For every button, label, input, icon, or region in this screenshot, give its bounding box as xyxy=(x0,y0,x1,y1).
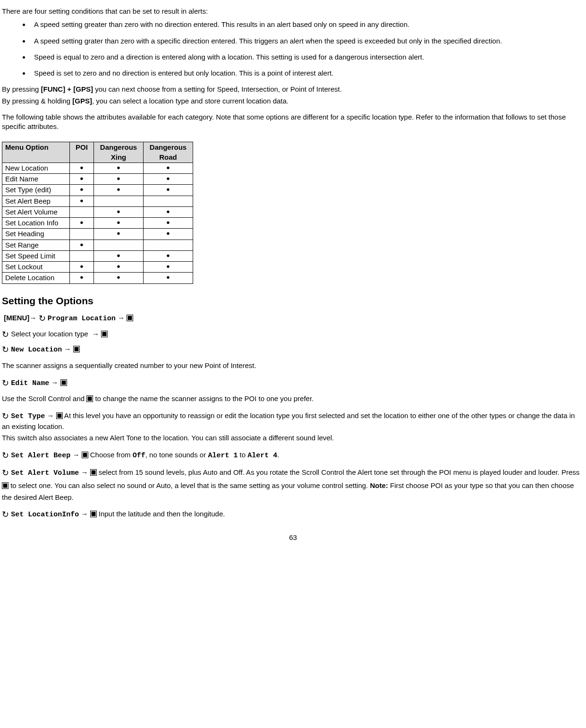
key-menu: [MENU] xyxy=(4,314,29,322)
press-icon xyxy=(60,379,67,386)
arrow-icon: → xyxy=(72,451,79,459)
label-off: Off xyxy=(133,452,145,460)
text-fragment: to change the name the scanner assigns t… xyxy=(93,394,314,403)
press-icon xyxy=(73,346,80,352)
step-set-alert-volume: ↺ Set Alert Volume → select from 15 soun… xyxy=(2,466,584,504)
step-menu-program-location: [MENU]→ ↺ Program Location → xyxy=(2,313,584,324)
arrow-icon: → xyxy=(29,314,36,322)
press-hold-gps: By pressing & holding [GPS], you can sel… xyxy=(2,96,584,106)
text-fragment: , no tone sounds or xyxy=(145,451,208,459)
step-new-location: ↺ New Location → xyxy=(2,344,584,355)
step-set-location-info: ↺ Set LocationInfo → Input the latitude … xyxy=(2,509,584,520)
rotate-icon: ↺ xyxy=(2,413,9,420)
table-row: Set Type (edit)●●● xyxy=(2,185,193,196)
text-fragment: By pressing xyxy=(2,85,41,93)
label-new-location: New Location xyxy=(11,346,62,354)
table-row: Set Location Info●●● xyxy=(2,218,193,229)
press-func-gps: By pressing [FUNC] + [GPS] you can next … xyxy=(2,85,584,94)
press-icon xyxy=(101,331,108,337)
arrow-icon: → xyxy=(81,468,88,476)
press-icon xyxy=(90,469,97,476)
arrow-icon: → xyxy=(51,378,58,386)
th-poi: POI xyxy=(70,142,94,163)
th-menu-option: Menu Option xyxy=(2,142,70,163)
press-icon xyxy=(82,452,88,458)
rotate-icon: ↺ xyxy=(2,511,9,518)
step-edit-name: ↺ Edit Name → xyxy=(2,378,584,388)
label-alert4: Alert 4 xyxy=(247,452,277,460)
rotate-icon: ↺ xyxy=(2,470,9,476)
th-dangerous-road: Dangerous Road xyxy=(144,142,193,163)
text-fragment: , you can select a location type and sto… xyxy=(92,97,289,105)
text-fragment: . xyxy=(277,451,279,459)
arrow-icon: → xyxy=(81,510,88,518)
table-row: New Location●●● xyxy=(2,163,193,173)
table-row: Set Alert Beep● xyxy=(2,196,193,206)
table-row: Set Speed Limit●● xyxy=(2,250,193,261)
text-fragment: to select one. You can also select no so… xyxy=(8,481,370,489)
text-fragment: Input the latitude and then the longitud… xyxy=(97,510,225,518)
step-set-alert-beep: ↺ Set Alert Beep → Choose from Off, no t… xyxy=(2,450,584,461)
arrow-icon: → xyxy=(118,314,125,322)
list-item: A speed setting grater than zero with a … xyxy=(30,36,584,46)
arrow-icon: → xyxy=(64,345,71,353)
table-intro: The following table shows the attributes… xyxy=(2,112,584,132)
table-row: Set Alert Volume●● xyxy=(2,206,193,217)
arrow-icon: → xyxy=(47,411,54,420)
label-set-type: Set Type xyxy=(11,412,45,420)
label-set-alert-volume: Set Alert Volume xyxy=(11,469,79,477)
rotate-icon: ↺ xyxy=(2,380,9,386)
table-row: Set Lockout●●● xyxy=(2,262,193,273)
arrow-icon: → xyxy=(92,330,99,338)
label-edit-name: Edit Name xyxy=(11,379,49,387)
intro-text: There are four setting conditions that c… xyxy=(2,7,584,16)
rotate-icon: ↺ xyxy=(2,452,9,459)
text-fragment: Use the Scroll Control and xyxy=(2,394,86,403)
press-icon xyxy=(2,482,8,489)
text-fragment: By pressing & holding xyxy=(2,97,72,105)
section-heading: Setting the Options xyxy=(2,294,584,308)
rotate-icon: ↺ xyxy=(2,331,9,338)
label-program-location: Program Location xyxy=(48,315,116,323)
list-item: A speed setting greater than zero with n… xyxy=(30,20,584,29)
label-set-location-info: Set LocationInfo xyxy=(11,511,79,519)
text-fragment: you can next choose from a setting for S… xyxy=(93,85,342,93)
table-row: Set Range● xyxy=(2,240,193,250)
attributes-table: Menu Option POI Dangerous Xing Dangerous… xyxy=(2,142,193,283)
step-select-type: ↺ Select your location type → xyxy=(2,329,584,339)
th-dangerous-xing: Dangerous Xing xyxy=(94,142,144,163)
list-item: Speed is equal to zero and a direction i… xyxy=(30,52,584,62)
rotate-icon: ↺ xyxy=(39,315,46,322)
table-row: Delete Location●●● xyxy=(2,273,193,283)
label-alert1: Alert 1 xyxy=(208,452,238,460)
key-gps: [GPS] xyxy=(72,97,92,105)
list-item: Speed is set to zero and no direction is… xyxy=(30,69,584,78)
text-fragment: to xyxy=(238,451,247,459)
label-select-type: Select your location type xyxy=(11,330,88,338)
note-label: Note: xyxy=(370,481,388,489)
table-row: Set Heading●● xyxy=(2,229,193,240)
text-fragment: select from 15 sound levels, plus Auto a… xyxy=(97,468,580,476)
step-set-type: ↺ Set Type → At this level you have an o… xyxy=(2,411,584,431)
key-func-gps: [FUNC] + [GPS] xyxy=(41,85,93,93)
label-set-alert-beep: Set Alert Beep xyxy=(11,452,70,460)
press-icon xyxy=(90,511,97,517)
edit-name-body: Use the Scroll Control and to change the… xyxy=(2,394,584,403)
press-icon xyxy=(56,412,63,419)
press-icon xyxy=(127,315,133,321)
press-icon xyxy=(86,395,93,402)
text-fragment: Choose from xyxy=(88,451,133,459)
table-row: Edit Name●●● xyxy=(2,174,193,185)
rotate-icon: ↺ xyxy=(2,346,9,353)
conditions-list: A speed setting greater than zero with n… xyxy=(2,20,584,78)
text-fragment: At this level you have an opportunity to… xyxy=(2,411,575,430)
new-location-body: The scanner assigns a sequentially creat… xyxy=(2,361,584,370)
set-type-body2: This switch also associates a new Alert … xyxy=(2,433,584,443)
page-number: 63 xyxy=(2,533,584,542)
